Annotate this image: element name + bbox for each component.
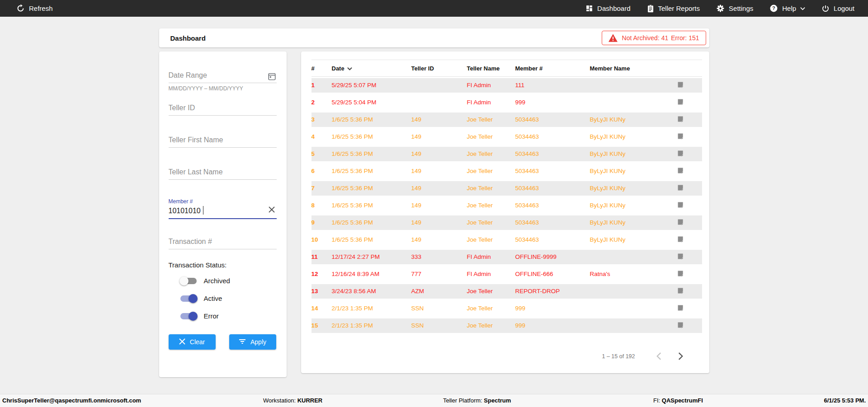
cell-note bbox=[677, 283, 702, 300]
cell-note bbox=[677, 128, 702, 145]
user-email: ChrisSuperTeller@qaspectrumfi.onmicrosof… bbox=[2, 397, 141, 404]
cell-teller-name: FI Admin bbox=[467, 248, 515, 266]
badge-error: Error: 151 bbox=[671, 34, 699, 42]
table-row[interactable]: 91/6/25 5:36 PM149Joe Teller5034463ByLyJ… bbox=[311, 214, 702, 231]
teller-last-name-input[interactable] bbox=[169, 166, 277, 180]
cell-note bbox=[677, 266, 702, 283]
note-icon[interactable] bbox=[677, 201, 684, 209]
nav-help[interactable]: ? Help bbox=[769, 4, 805, 13]
cell-num: 6 bbox=[311, 163, 332, 180]
col-header-date[interactable]: Date bbox=[332, 60, 411, 77]
table-row[interactable]: 133/24/23 8:56 AMAZMJoe TellerREPORT-DRO… bbox=[311, 283, 702, 300]
clear-button[interactable]: Clear bbox=[169, 334, 216, 350]
cell-note bbox=[677, 248, 702, 266]
cell-date: 12/16/24 8:39 AM bbox=[332, 266, 411, 283]
previous-page-button[interactable] bbox=[651, 348, 668, 365]
filter-icon bbox=[239, 338, 246, 346]
table-row[interactable]: 25/29/25 5:04 PMFI Admin999 bbox=[311, 94, 702, 111]
nav-settings[interactable]: Settings bbox=[716, 4, 753, 13]
table-row[interactable]: 1112/17/24 2:27 PM333FI AdminOFFLINE-999… bbox=[311, 248, 702, 266]
cell-member-num: 5034463 bbox=[515, 214, 590, 231]
teller-first-name-input[interactable] bbox=[169, 134, 277, 148]
cell-member-name bbox=[590, 300, 677, 317]
note-icon[interactable] bbox=[677, 218, 684, 226]
note-icon[interactable] bbox=[677, 81, 684, 89]
note-icon[interactable] bbox=[677, 304, 684, 312]
note-icon[interactable] bbox=[677, 287, 684, 295]
toggle-error[interactable] bbox=[180, 313, 197, 319]
cell-note bbox=[677, 231, 702, 248]
cell-date: 1/6/25 5:36 PM bbox=[332, 145, 411, 163]
cell-member-num: 999 bbox=[515, 94, 590, 111]
cell-date: 5/29/25 5:04 PM bbox=[332, 94, 411, 111]
cell-teller-id: 149 bbox=[411, 163, 467, 180]
cell-teller-name: Joe Teller bbox=[467, 283, 515, 300]
table-row[interactable]: 15/29/25 5:07 PMFI Admin111 bbox=[311, 77, 702, 94]
cell-date: 12/17/24 2:27 PM bbox=[332, 248, 411, 266]
toggle-active[interactable] bbox=[180, 295, 197, 302]
cell-member-name bbox=[590, 283, 677, 300]
refresh-button[interactable]: Refresh bbox=[16, 4, 53, 13]
table-row[interactable]: 152/1/23 1:35 PMSSNJoe Teller999 bbox=[311, 317, 702, 334]
note-icon[interactable] bbox=[677, 270, 684, 277]
apply-button-label: Apply bbox=[250, 338, 266, 346]
table-row[interactable]: 51/6/25 5:36 PM149Joe Teller5034463ByLyJ… bbox=[311, 145, 702, 163]
date-range-input[interactable] bbox=[169, 70, 277, 83]
toggle-archived[interactable] bbox=[180, 278, 197, 284]
cell-date: 1/6/25 5:36 PM bbox=[332, 111, 411, 128]
clear-x-icon bbox=[179, 338, 185, 346]
cell-member-num: 5034463 bbox=[515, 163, 590, 180]
refresh-icon bbox=[16, 4, 25, 13]
col-header-teller-id: Teller ID bbox=[411, 60, 467, 77]
nav-help-label: Help bbox=[782, 5, 796, 12]
transaction-number-input[interactable] bbox=[169, 236, 277, 249]
note-icon[interactable] bbox=[677, 132, 684, 140]
teller-id-input[interactable] bbox=[169, 102, 277, 116]
next-page-button[interactable] bbox=[672, 348, 689, 365]
apply-button[interactable]: Apply bbox=[229, 334, 276, 350]
cell-member-name bbox=[590, 317, 677, 334]
note-icon[interactable] bbox=[677, 150, 684, 157]
cell-member-name: ByLyJI KUNy bbox=[590, 214, 677, 231]
pagination-range: 1 – 15 of 192 bbox=[602, 353, 635, 360]
table-row[interactable]: 61/6/25 5:36 PM149Joe Teller5034463ByLyJ… bbox=[311, 163, 702, 180]
table-row[interactable]: 1212/16/24 8:39 AM777FI AdminOFFLINE-666… bbox=[311, 266, 702, 283]
cell-teller-id bbox=[411, 94, 467, 111]
member-number-input[interactable] bbox=[169, 205, 277, 219]
status-badge[interactable]: Not Archived: 41Error: 151 bbox=[602, 31, 706, 45]
col-header-member-name: Member Name bbox=[590, 60, 677, 77]
cell-num: 14 bbox=[311, 300, 332, 317]
cell-teller-name: Joe Teller bbox=[467, 111, 515, 128]
cell-num: 7 bbox=[311, 180, 332, 197]
cell-member-name: Ratna's bbox=[590, 266, 677, 283]
cell-teller-id: 149 bbox=[411, 111, 467, 128]
note-icon[interactable] bbox=[677, 321, 684, 329]
cell-teller-name: Joe Teller bbox=[467, 180, 515, 197]
nav-logout-label: Logout bbox=[834, 5, 854, 12]
calendar-icon[interactable] bbox=[268, 72, 276, 82]
note-icon[interactable] bbox=[677, 115, 684, 123]
table-row[interactable]: 81/6/25 5:36 PM149Joe Teller5034463ByLyJ… bbox=[311, 197, 702, 214]
note-icon[interactable] bbox=[677, 98, 684, 106]
cell-teller-name: FI Admin bbox=[467, 94, 515, 111]
cell-member-num: 5034463 bbox=[515, 197, 590, 214]
cell-teller-id: 149 bbox=[411, 214, 467, 231]
table-row[interactable]: 142/1/23 1:35 PMSSNJoe Teller999 bbox=[311, 300, 702, 317]
help-icon: ? bbox=[769, 4, 778, 13]
table-row[interactable]: 41/6/25 5:36 PM149Joe Teller5034463ByLyJ… bbox=[311, 128, 702, 145]
table-row[interactable]: 71/6/25 5:36 PM149Joe Teller5034463ByLyJ… bbox=[311, 180, 702, 197]
note-icon[interactable] bbox=[677, 235, 684, 243]
note-icon[interactable] bbox=[677, 184, 684, 192]
nav-logout[interactable]: Logout bbox=[821, 5, 854, 13]
note-icon[interactable] bbox=[677, 167, 684, 174]
table-row[interactable]: 101/6/25 5:36 PM149Joe Teller5034463ByLy… bbox=[311, 231, 702, 248]
power-icon bbox=[821, 5, 830, 13]
note-icon[interactable] bbox=[677, 253, 684, 260]
cell-date: 2/1/23 1:35 PM bbox=[332, 317, 411, 334]
cell-teller-name: FI Admin bbox=[467, 266, 515, 283]
table-row[interactable]: 31/6/25 5:36 PM149Joe Teller5034463ByLyJ… bbox=[311, 111, 702, 128]
cell-member-name: ByLyJI KUNy bbox=[590, 197, 677, 214]
clear-field-icon[interactable] bbox=[269, 206, 275, 215]
nav-dashboard[interactable]: Dashboard bbox=[585, 5, 630, 12]
nav-teller-reports[interactable]: Teller Reports bbox=[647, 5, 700, 13]
